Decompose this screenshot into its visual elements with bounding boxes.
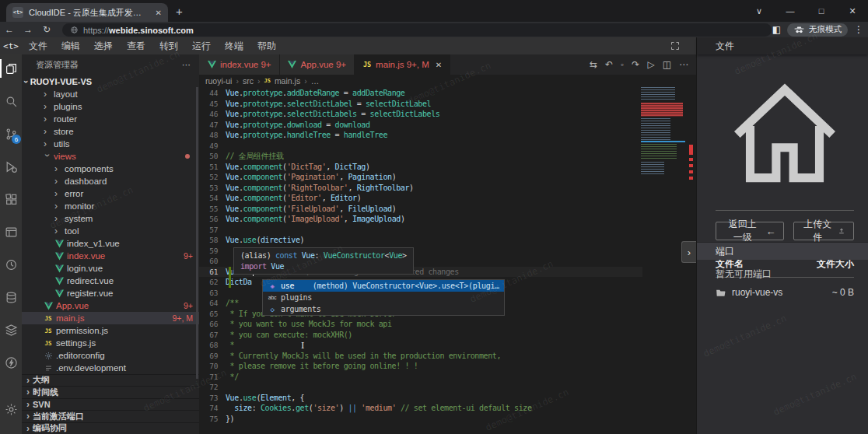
tree-root-ruoyi-vue-vs[interactable]: › RUOYI-VUE-VS <box>22 75 199 88</box>
suggest-item-plugins[interactable]: abcplugins <box>263 292 504 303</box>
editor-tab-main.js[interactable]: JSmain.js 9+, M✕ <box>355 54 450 75</box>
settings-icon[interactable] <box>0 400 22 418</box>
section-1[interactable]: ›时间线 <box>22 386 199 398</box>
section-3[interactable]: ›当前激活端口 <box>22 410 199 422</box>
layers-icon[interactable] <box>0 320 22 339</box>
tree-item-views[interactable]: ›views <box>22 150 199 163</box>
tree-item-router[interactable]: ›router <box>22 113 199 125</box>
tree-item-index.vue[interactable]: index.vue9+ <box>22 250 199 262</box>
upload-icon <box>838 226 845 236</box>
menu-item-0[interactable]: 文件 <box>22 37 54 54</box>
run-icon[interactable]: ▷ <box>647 59 654 70</box>
editor-group[interactable]: index.vue 9+App.vue 9+JSmain.js 9+, M✕⇆↶… <box>199 54 696 434</box>
minimap[interactable] <box>641 87 685 227</box>
tree-item-error[interactable]: ›error <box>22 187 199 200</box>
tab-close-icon[interactable]: ✕ <box>156 9 162 17</box>
window-minimize-icon[interactable]: — <box>775 0 806 22</box>
section-2[interactable]: ›SVN <box>22 398 199 411</box>
tree-item-.env.development[interactable]: .env.development <box>22 362 199 374</box>
menu-item-5[interactable]: 运行 <box>185 37 218 54</box>
tab-close-icon[interactable]: ✕ <box>436 61 442 69</box>
sidebar-scrollbar[interactable] <box>196 87 198 379</box>
code-line-44: 44Vue.prototype.addDateRange = addDateRa… <box>199 88 642 99</box>
ports-section-header[interactable]: 端口 <box>697 242 868 260</box>
browser-forward-icon[interactable]: → <box>19 24 37 35</box>
editor-tab-index.vue[interactable]: index.vue 9+ <box>199 54 280 75</box>
browser-reload-icon[interactable]: ↻ <box>37 24 56 35</box>
tree-item-redirect.vue[interactable]: redirect.vue <box>22 275 199 287</box>
editor-tab-App.vue[interactable]: App.vue 9+ <box>280 54 355 75</box>
compare-icon[interactable]: ⇆ <box>590 59 597 70</box>
menu-item-3[interactable]: 查看 <box>120 37 152 54</box>
breadcrumb[interactable]: ruoyi-ui›src›JSmain.js›… <box>199 75 696 87</box>
split-editor-icon[interactable]: ◫ <box>663 59 671 70</box>
upload-file-button[interactable]: 上传文件 <box>793 222 854 240</box>
suggest-item-arguments[interactable]: ◇arguments <box>263 303 504 315</box>
window-restore-icon[interactable]: □ <box>806 0 837 22</box>
breadcrumb-item[interactable]: main.js <box>275 76 300 86</box>
explorer-more-icon[interactable]: ⋯ <box>182 60 191 70</box>
history-icon[interactable] <box>0 255 22 274</box>
tree-item-App.vue[interactable]: App.vue9+ <box>22 299 199 312</box>
nav-forward-icon[interactable]: ↷ <box>632 59 639 70</box>
home-icon[interactable] <box>716 65 854 204</box>
tree-item-main.js[interactable]: JSmain.js9+, M <box>22 312 199 324</box>
chevron-down-icon: › <box>42 154 53 161</box>
chevron-right-icon: › <box>54 213 61 224</box>
split-screen-icon[interactable]: ◧ <box>772 24 781 35</box>
tree-item-system[interactable]: ›system <box>22 212 199 225</box>
file-row-ruoyi-vue-vs[interactable]: ruoyi-vue-vs~ 0 B <box>716 287 854 298</box>
tree-item-plugins[interactable]: ›plugins <box>22 100 199 113</box>
tree-item-store[interactable]: ›store <box>22 125 199 138</box>
window-chevron-icon[interactable]: ∨ <box>744 0 775 22</box>
panel-expand-chevron[interactable]: › <box>681 241 696 263</box>
menu-item-1[interactable]: 编辑 <box>54 37 87 54</box>
more-actions-icon[interactable]: ⋯ <box>679 59 688 70</box>
explorer-icon[interactable] <box>0 59 22 78</box>
folder-icon <box>716 288 726 298</box>
tree-item-components[interactable]: ›components <box>22 163 199 175</box>
tree-item-permission.js[interactable]: JSpermission.js <box>22 324 199 337</box>
menu-item-7[interactable]: 帮助 <box>250 37 283 54</box>
preview-icon[interactable] <box>0 222 22 241</box>
browser-tab[interactable]: <t> CloudIDE - 云原生集成开发环境 ✕ <box>6 3 168 22</box>
power-icon[interactable] <box>0 353 22 372</box>
new-tab-button[interactable]: + <box>176 5 183 18</box>
code-line-71: 71 */ <box>199 372 642 383</box>
tree-item-tool[interactable]: ›tool <box>22 225 199 237</box>
database-icon[interactable] <box>0 288 22 306</box>
tree-item-.editorconfig[interactable]: .editorconfig <box>22 349 199 362</box>
menu-item-4[interactable]: 转到 <box>152 37 185 54</box>
tree-item-dashboard[interactable]: ›dashboard <box>22 175 199 187</box>
tree-item-register.vue[interactable]: register.vue <box>22 287 199 299</box>
problems-badge: 9+ <box>184 301 193 310</box>
tree-item-index_v1.vue[interactable]: index_v1.vue <box>22 237 199 250</box>
suggest-item-use[interactable]: ◈use(method) VueConstructor<Vue>.use<T>(… <box>263 280 504 292</box>
browser-back-icon[interactable]: ← <box>0 24 19 35</box>
nav-dot-icon[interactable]: ◦ <box>621 59 624 70</box>
tree-item-monitor[interactable]: ›monitor <box>22 200 199 212</box>
section-0[interactable]: ›大纲 <box>22 374 199 387</box>
search-icon[interactable] <box>0 92 22 110</box>
nav-back-icon[interactable]: ↶ <box>605 59 613 70</box>
breadcrumb-item[interactable]: … <box>311 76 320 86</box>
extensions-icon[interactable] <box>0 190 22 208</box>
source-control-icon[interactable]: 6 <box>0 124 22 143</box>
tree-item-utils[interactable]: ›utils <box>22 138 199 150</box>
address-bar[interactable]: https://webide.sinosoft.com <box>62 23 772 37</box>
menu-item-6[interactable]: 终端 <box>218 37 250 54</box>
run-debug-icon[interactable] <box>0 157 22 176</box>
menu-item-2[interactable]: 选择 <box>87 37 120 54</box>
tree-item-settings.js[interactable]: JSsettings.js <box>22 337 199 349</box>
window-close-icon[interactable]: ✕ <box>837 0 868 22</box>
vue-file-icon <box>54 289 64 298</box>
browser-menu-icon[interactable]: ⋮ <box>854 24 863 35</box>
breadcrumb-item[interactable]: ruoyi-ui <box>205 76 232 86</box>
code-line-54: 54Vue.component('Editor', Editor) <box>199 193 642 204</box>
section-4[interactable]: ›编码协同 <box>22 422 199 434</box>
fullscreen-icon[interactable] <box>670 41 680 51</box>
breadcrumb-item[interactable]: src <box>243 76 254 86</box>
tree-item-login.vue[interactable]: login.vue <box>22 262 199 275</box>
back-up-level-button[interactable]: 返回上一级 ← <box>716 222 784 240</box>
tree-item-layout[interactable]: ›layout <box>22 88 199 100</box>
